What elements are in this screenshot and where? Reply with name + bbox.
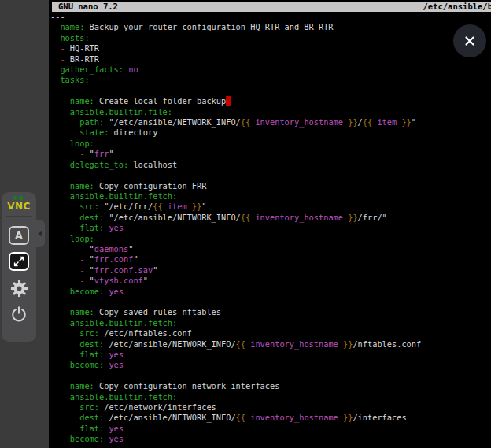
- code-segment: {{: [236, 413, 246, 422]
- nano-app-title: GNU nano 7.2: [58, 2, 118, 12]
- code-segment: BR-RTR: [70, 54, 99, 64]
- code-segment: [50, 424, 79, 433]
- editor-line: [50, 371, 491, 381]
- code-segment: /frr/": [358, 213, 387, 222]
- code-segment: ansible.builtin.fetch:: [70, 191, 177, 201]
- code-segment: /etc/network/interfaces: [99, 402, 216, 412]
- code-segment: ": [109, 149, 113, 158]
- editor-line: - "frr.conf": [50, 254, 491, 265]
- editor-line: ---: [50, 12, 491, 22]
- vnc-control-panel: no VNC A: [2, 192, 36, 342]
- code-segment: -: [60, 43, 69, 53]
- code-segment: ": [133, 254, 138, 264]
- code-segment: gather_facts:: [60, 65, 124, 74]
- code-segment: [50, 350, 79, 359]
- novnc-logo: no VNC: [2, 195, 36, 211]
- code-segment: }}: [348, 213, 357, 222]
- code-segment: HQ-RTR: [70, 43, 99, 53]
- power-button[interactable]: [9, 305, 29, 324]
- drag-button[interactable]: [9, 252, 29, 271]
- keyboard-icon: A: [15, 231, 22, 240]
- code-segment: [50, 413, 79, 422]
- code-segment: tasks:: [60, 75, 89, 84]
- settings-button[interactable]: [9, 279, 29, 298]
- code-segment: [50, 276, 79, 285]
- code-segment: ": [412, 117, 416, 127]
- code-segment: [50, 191, 70, 201]
- code-segment: ": [128, 244, 133, 254]
- editor-line: [50, 297, 491, 307]
- editor-line: - "frr.conf.sav": [50, 265, 491, 276]
- code-segment: [50, 244, 79, 254]
- code-segment: frr.conf.sav: [94, 265, 153, 275]
- editor-content[interactable]: ---- name: Backup your router configurat…: [50, 12, 491, 448]
- code-segment: name:: [70, 307, 94, 317]
- power-icon: [10, 305, 28, 323]
- editor-line: delegate_to: localhost: [50, 160, 491, 170]
- code-segment: Backup your router configuration HQ-RTR …: [84, 22, 333, 31]
- novnc-logo-bottom: VNC: [2, 202, 36, 211]
- code-segment: [50, 265, 79, 275]
- panel-collapse-handle[interactable]: [35, 220, 45, 247]
- code-segment: localhost: [128, 160, 177, 169]
- editor-line: flat: yes: [50, 424, 491, 434]
- code-segment: -: [79, 254, 89, 264]
- code-segment: name:: [60, 22, 84, 31]
- code-segment: [50, 381, 60, 391]
- code-segment: ansible.builtin.file:: [70, 107, 172, 117]
- editor-line: become: yes: [50, 434, 491, 444]
- code-segment: become:: [70, 434, 104, 443]
- code-segment: no: [128, 65, 138, 74]
- code-segment: delegate_to:: [70, 160, 128, 169]
- text-cursor: [226, 96, 231, 106]
- code-segment: Copy configuration network interfaces: [94, 381, 280, 391]
- code-segment: src:: [79, 328, 99, 338]
- code-segment: }}: [343, 339, 353, 349]
- editor-line: - name: Backup your router configuration…: [50, 22, 491, 32]
- code-segment: [50, 234, 70, 243]
- code-segment: dest:: [79, 213, 104, 222]
- code-segment: -: [79, 149, 89, 158]
- code-segment: -: [60, 381, 69, 391]
- nano-titlebar: GNU nano 7.2 /etc/ansible/b: [52, 2, 491, 12]
- code-segment: [50, 43, 60, 53]
- editor-line: tasks:: [50, 75, 491, 85]
- editor-line: dest: /etc/ansible/NETWORK_INFO/{{ inven…: [50, 413, 491, 423]
- code-segment: -: [60, 307, 69, 317]
- code-segment: Create local folder backup: [94, 96, 226, 106]
- code-segment: yes: [109, 360, 124, 369]
- code-segment: hosts:: [60, 33, 89, 43]
- code-segment: ": [201, 202, 206, 211]
- code-segment: [50, 160, 70, 169]
- keyboard-button[interactable]: A: [9, 226, 29, 245]
- editor-line: src: /etc/nftables.conf: [50, 328, 491, 339]
- code-segment: /interfaces: [353, 413, 406, 422]
- terminal-window: GNU nano 7.2 /etc/ansible/b ---- name: B…: [49, 0, 491, 448]
- code-segment: /nftables.conf: [353, 339, 421, 349]
- code-segment: [50, 107, 70, 117]
- code-segment: }}: [192, 202, 201, 211]
- code-segment: yes: [109, 350, 124, 359]
- code-segment: become:: [70, 360, 104, 369]
- code-segment: frr.conf: [94, 254, 134, 264]
- code-segment: [50, 96, 60, 106]
- editor-line: ansible.builtin.fetch:: [50, 392, 491, 402]
- code-segment: yes: [109, 287, 124, 296]
- code-segment: {{: [153, 202, 162, 211]
- code-segment: {{: [363, 117, 372, 127]
- code-segment: ansible.builtin.fetch:: [70, 318, 177, 328]
- gear-icon: [10, 280, 28, 298]
- code-segment: inventory_hostname: [246, 413, 343, 422]
- code-segment: [50, 328, 79, 338]
- code-segment: [50, 434, 70, 443]
- code-segment: Copy saved rules nftables: [94, 307, 221, 317]
- code-segment: {{: [241, 117, 250, 127]
- code-segment: ": [143, 276, 148, 285]
- code-segment: dest:: [79, 339, 104, 349]
- code-segment: }}: [348, 117, 357, 127]
- code-segment: loop:: [70, 234, 94, 243]
- code-segment: state:: [79, 128, 109, 137]
- code-segment: [50, 339, 79, 349]
- editor-line: loop:: [50, 234, 491, 244]
- close-button[interactable]: [453, 24, 486, 57]
